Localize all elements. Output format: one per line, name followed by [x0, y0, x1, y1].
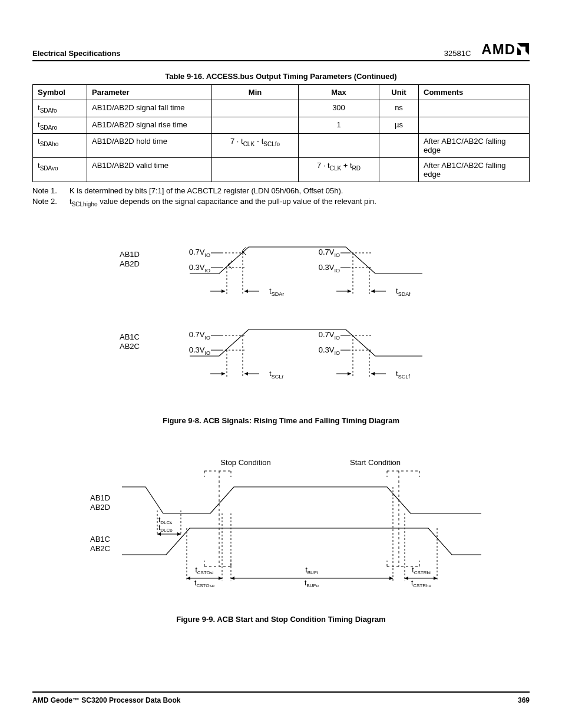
svg-text:tSDAr: tSDAr	[269, 286, 284, 297]
svg-text:tBUFo: tBUFo	[305, 579, 319, 588]
svg-text:AB2C: AB2C	[120, 342, 140, 351]
figure-9-8-diagram: AB1D AB2D 0.7VIO 0.3VIO 0.7VIO 0.3VIO	[32, 232, 530, 409]
svg-text:tCSTOso: tCSTOso	[194, 579, 214, 588]
table-caption: Table 9-16. ACCESS.bus Output Timing Par…	[32, 72, 530, 81]
svg-text:AB1D: AB1D	[90, 493, 110, 502]
svg-text:tCSTOsi: tCSTOsi	[195, 566, 213, 575]
col-symbol: Symbol	[33, 85, 87, 100]
figure-9-9-caption: Figure 9-9. ACB Start and Stop Condition…	[32, 615, 530, 624]
svg-line-2	[228, 265, 232, 269]
svg-text:tCSTRhi: tCSTRhi	[412, 566, 431, 575]
timing-table: Symbol Parameter Min Max Unit Comments t…	[32, 84, 530, 182]
notes: Note 1. K is determined by bits [7:1] of…	[32, 186, 530, 209]
svg-text:0.7VIO: 0.7VIO	[189, 248, 210, 258]
sig-ab2d: AB2D	[120, 259, 140, 268]
svg-text:tDLCs: tDLCs	[158, 516, 172, 525]
svg-text:tSDAf: tSDAf	[396, 286, 411, 297]
col-comments: Comments	[419, 85, 530, 100]
svg-text:tSCLf: tSCLf	[396, 369, 410, 380]
note2-label: Note 2.	[32, 196, 65, 209]
doc-code: 32581C	[444, 49, 471, 58]
svg-text:Stop Condition: Stop Condition	[220, 458, 270, 467]
header-section: Electrical Specifications	[32, 49, 121, 58]
svg-text:tCSTRho: tCSTRho	[411, 579, 432, 588]
page-header: Electrical Specifications 32581C AMD	[32, 41, 530, 61]
table-row: tSDAvoAB1D/AB2D valid time7 · tCLK + tRD…	[33, 158, 530, 182]
svg-text:tBUFi: tBUFi	[305, 566, 318, 575]
figure-9-8-caption: Figure 9-8. ACB Signals: Rising Time and…	[32, 416, 530, 425]
svg-text:0.3VIO: 0.3VIO	[189, 345, 210, 356]
svg-text:0.3VIO: 0.3VIO	[319, 263, 340, 274]
svg-text:0.3VIO: 0.3VIO	[189, 263, 210, 274]
note1-text: K is determined by bits [7:1] of the ACB…	[70, 186, 343, 196]
note1-label: Note 1.	[32, 186, 65, 196]
table-row: tSDAroAB1D/AB2D signal rise time1µs	[33, 117, 530, 134]
table-row: tSDAhoAB1D/AB2D hold time7 · tCLK - tSCL…	[33, 134, 530, 158]
svg-text:0.7VIO: 0.7VIO	[319, 330, 340, 341]
footer-title: AMD Geode™ SC3200 Processor Data Book	[32, 696, 180, 704]
page-footer: AMD Geode™ SC3200 Processor Data Book 36…	[32, 691, 530, 704]
amd-logo: AMD	[481, 41, 530, 58]
col-min: Min	[212, 85, 299, 100]
svg-text:AB1C: AB1C	[90, 535, 110, 543]
page-number: 369	[518, 696, 530, 704]
svg-text:AB2D: AB2D	[90, 503, 110, 512]
svg-text:0.7VIO: 0.7VIO	[189, 330, 210, 341]
figure-9-9-diagram: Stop Condition Start Condition AB1D AB2D…	[32, 454, 530, 608]
sig-ab1d: AB1D	[120, 250, 140, 259]
note2-text: tSCLhigho value depends on the signal ca…	[70, 196, 376, 209]
svg-text:AB1C: AB1C	[120, 332, 140, 341]
table-row: tSDAfoAB1D/AB2D signal fall time300ns	[33, 100, 530, 117]
svg-text:0.3VIO: 0.3VIO	[319, 345, 340, 356]
svg-text:Start Condition: Start Condition	[350, 458, 401, 467]
svg-text:tSCLr: tSCLr	[269, 369, 283, 380]
svg-text:AB2C: AB2C	[90, 544, 110, 553]
svg-text:0.7VIO: 0.7VIO	[319, 248, 340, 258]
col-parameter: Parameter	[87, 85, 212, 100]
col-unit: Unit	[379, 85, 419, 100]
col-max: Max	[299, 85, 379, 100]
